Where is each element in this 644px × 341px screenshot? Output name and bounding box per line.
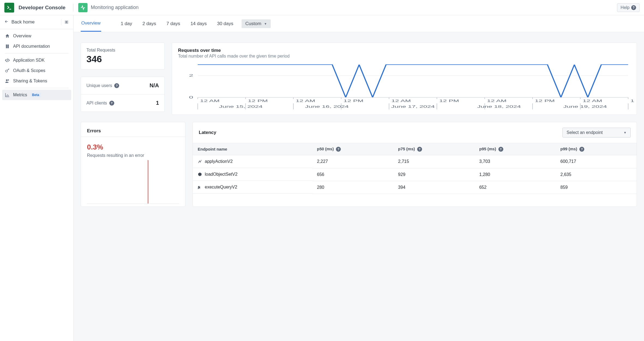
sidebar-item-application-sdk[interactable]: Application SDK	[2, 55, 71, 65]
svg-text:0: 0	[189, 95, 193, 99]
latency-table: Endpoint name p50 (ms) ? p75 (ms) ? p95 …	[193, 143, 637, 194]
sidebar-item-label: API documentation	[13, 44, 50, 49]
svg-text:12 PM: 12 PM	[535, 99, 555, 103]
table-row[interactable]: fxexecuteQueryV2 280 394 652 859	[193, 181, 637, 194]
endpoint-select[interactable]: Select an endpoint ▼	[562, 128, 631, 137]
p50-value: 656	[312, 168, 393, 181]
col-p75: p75 (ms) ?	[393, 143, 474, 155]
people-icon	[5, 79, 10, 83]
back-home-button[interactable]: Back home	[0, 15, 73, 29]
svg-point-4	[6, 79, 8, 81]
col-p95: p95 (ms) ?	[474, 143, 556, 155]
unique-users-row: Unique users ? N/A	[81, 77, 164, 94]
unique-users-label: Unique users	[86, 83, 112, 88]
svg-text:12 PM: 12 PM	[344, 99, 363, 103]
sidebar-item-label: Overview	[13, 34, 31, 38]
help-button[interactable]: Help ?	[617, 3, 640, 12]
col-p50: p50 (ms) ?	[312, 143, 393, 155]
svg-text:12 PM: 12 PM	[248, 99, 268, 103]
sidebar-item-overview[interactable]: Overview	[2, 31, 71, 41]
info-icon[interactable]: ?	[579, 147, 584, 152]
back-home-label: Back home	[11, 19, 35, 25]
total-requests-label: Total Requests	[86, 48, 159, 53]
sidebar-item-oauth-scopes[interactable]: OAuth & Scopes	[2, 65, 71, 76]
endpoint-name: executeQueryV2	[205, 185, 237, 190]
svg-text:June 15, 2024: June 15, 2024	[219, 105, 263, 108]
svg-text:12 AM: 12 AM	[487, 99, 507, 103]
svg-text:12 AM: 12 AM	[296, 99, 315, 103]
svg-point-5	[8, 79, 9, 81]
table-row[interactable]: loadObjectSetV2 656 929 1,280 2,635	[193, 168, 637, 181]
endpoint-name: loadObjectSetV2	[205, 172, 237, 177]
sidebar-item-label: Application SDK	[13, 58, 45, 63]
p95-value: 1,280	[474, 168, 556, 181]
range-7days[interactable]: 7 days	[164, 19, 182, 28]
unique-users-value: N/A	[150, 82, 159, 89]
p75-value: 2,715	[393, 155, 474, 168]
info-icon[interactable]: ?	[109, 101, 114, 106]
sidebar-item-sharing-tokens[interactable]: Sharing & Tokens	[2, 76, 71, 86]
errors-title: Errors	[81, 122, 185, 137]
code-icon	[5, 58, 10, 63]
endpoint-icon	[198, 172, 202, 177]
beta-badge: Beta	[31, 93, 41, 97]
sidebar-item-label: Sharing & Tokens	[13, 79, 47, 83]
nav-divider	[5, 88, 68, 88]
collapse-sidebar-icon[interactable]	[61, 19, 69, 25]
requests-chart-title: Requests over time	[178, 48, 631, 53]
info-icon[interactable]: ?	[498, 147, 503, 152]
errors-card: Errors 0.3% Requests resulting in an err…	[81, 122, 185, 207]
requests-over-time-card: Requests over time Total number of API c…	[172, 43, 637, 115]
tab-overview[interactable]: Overview	[81, 16, 101, 32]
svg-text:June 18, 2024: June 18, 2024	[477, 105, 521, 108]
sidebar-item-api-documentation[interactable]: API documentation	[2, 41, 71, 52]
table-row[interactable]: applyActionV2 2,227 2,715 3,703 600,717	[193, 155, 637, 168]
console-title: Developer Console	[19, 5, 65, 11]
svg-text:12 AM: 12 AM	[391, 99, 411, 103]
chart-icon	[5, 92, 10, 97]
api-clients-row: API clients ? 1	[81, 94, 164, 112]
home-icon	[5, 34, 10, 38]
divider	[73, 4, 73, 11]
info-icon[interactable]: ?	[336, 147, 341, 152]
svg-text:June 19, 2024: June 19, 2024	[563, 105, 607, 108]
range-custom[interactable]: Custom ▼	[242, 19, 271, 28]
endpoint-select-label: Select an endpoint	[567, 130, 603, 135]
api-clients-value: 1	[156, 100, 159, 106]
range-30days[interactable]: 30 days	[215, 19, 236, 28]
range-14days[interactable]: 14 days	[188, 19, 209, 28]
range-custom-label: Custom	[245, 21, 261, 26]
p99-value: 859	[555, 181, 637, 194]
api-clients-label: API clients	[86, 101, 107, 106]
sidebar: Back home Overview API documentation App…	[0, 15, 74, 341]
p75-value: 929	[393, 168, 474, 181]
col-p99: p99 (ms) ?	[555, 143, 637, 155]
info-icon[interactable]: ?	[114, 83, 119, 88]
total-requests-card: Total Requests 346	[81, 43, 165, 70]
svg-point-3	[5, 70, 8, 72]
requests-chart-subtitle: Total number of API calls made over the …	[178, 54, 631, 59]
p50-value: 280	[312, 181, 393, 194]
help-icon: ?	[631, 5, 636, 10]
p95-value: 3,703	[474, 155, 556, 168]
nav-divider	[5, 53, 68, 53]
range-1day[interactable]: 1 day	[119, 19, 134, 28]
info-icon[interactable]: ?	[417, 147, 422, 152]
top-bar: Developer Console Monitoring application…	[0, 0, 644, 15]
book-icon	[5, 44, 10, 49]
app-icon	[78, 3, 88, 12]
tabs-bar: Overview 1 day 2 days 7 days 14 days 30 …	[74, 15, 644, 32]
svg-text:12 PM: 12 PM	[439, 99, 459, 103]
p95-value: 652	[474, 181, 556, 194]
latency-card: Latency Select an endpoint ▼ Endpoint na…	[192, 122, 637, 207]
stats-card: Unique users ? N/A API clients ? 1	[81, 77, 165, 112]
svg-text:fx: fx	[198, 186, 200, 189]
svg-text:12 AM: 12 AM	[583, 99, 602, 103]
errors-chart	[87, 160, 179, 204]
main-content: Overview 1 day 2 days 7 days 14 days 30 …	[74, 15, 644, 341]
logo-icon	[4, 3, 14, 13]
requests-line-chart: 0212 AM12 PM12 AM12 PM12 AM12 PM12 AM12 …	[175, 62, 634, 111]
sidebar-item-metrics[interactable]: Metrics Beta	[2, 90, 71, 100]
range-2days[interactable]: 2 days	[140, 19, 158, 28]
sidebar-item-label: Metrics	[13, 92, 27, 97]
